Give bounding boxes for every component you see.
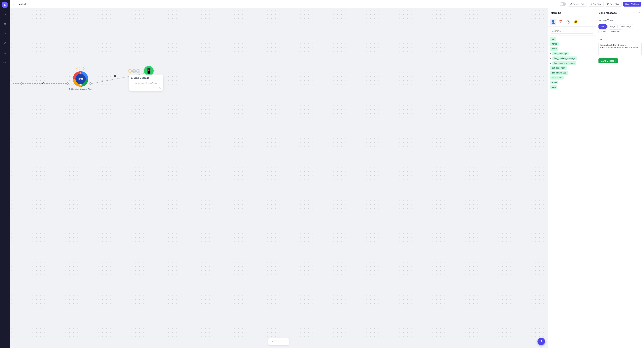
- sidebar-item-dashboard[interactable]: ▦: [2, 21, 8, 27]
- sidebar-item-analytics[interactable]: ↗: [2, 30, 8, 37]
- sidebar-item-database[interactable]: ⬡: [2, 50, 8, 56]
- sidebar: ◆ ⌂ ▦ ↗ ⤢ ⬡ </>: [0, 0, 10, 348]
- field-tag-last-location[interactable]: last_location_message: [552, 56, 577, 60]
- support-icon: ?: [540, 340, 542, 343]
- topbar: ← Untitled ↺ Refresh Field + Add Field ⊞…: [10, 0, 644, 8]
- save-message-button[interactable]: Save Message: [598, 58, 618, 63]
- field-tag-last-text-input[interactable]: last_text_input: [550, 66, 567, 70]
- add-field-button[interactable]: + Add Field: [589, 2, 604, 7]
- connector-dot-mid: [66, 82, 69, 85]
- send-message-panel-header: Send Message ×: [596, 8, 644, 17]
- connector-dot-left: [20, 82, 23, 85]
- mapping-tab-emoji[interactable]: 😊: [573, 19, 579, 25]
- crm-node-controls: ! ⧉ ✕: [75, 67, 86, 70]
- send-message-title: Send Message: [599, 11, 617, 14]
- mapping-close-button[interactable]: ×: [589, 11, 593, 15]
- field-tag-last-button-title[interactable]: last_button_title: [550, 71, 568, 75]
- field-row-last-location: ▶ last_location_message: [550, 56, 594, 60]
- msg-type-image-button[interactable]: Image: [608, 24, 618, 29]
- send-message-panel: Send Message × Message Types Text Image …: [596, 8, 644, 348]
- send-message-node-header: 3. Send Message: [131, 77, 161, 79]
- message-types-label: Message Types: [596, 17, 644, 22]
- sidebar-item-code[interactable]: </>: [2, 59, 8, 65]
- field-tag-name[interactable]: name: [550, 42, 558, 46]
- zoom-out-button[interactable]: −: [276, 339, 281, 344]
- field-row-last-button-title: last_button_title: [550, 71, 594, 75]
- mapping-fields: uid name waba ▶ last_message ▶ last_loca: [548, 36, 596, 348]
- wa-node-connector: [159, 87, 161, 89]
- pen-icon: ✎: [272, 340, 274, 343]
- back-button[interactable]: ←: [12, 2, 16, 6]
- field-row-last-contact: ▶ last_contact_message: [550, 61, 594, 65]
- mapping-search-input[interactable]: [550, 28, 594, 34]
- page-title: Untitled: [18, 3, 558, 6]
- pen-tool-button[interactable]: ✎: [270, 339, 275, 344]
- wa-node-bottom: [131, 87, 161, 89]
- crm-node: ! ⧉ ✕ CRM 🎯 📊: [69, 67, 92, 91]
- crm-node-label: 2. Update a Custom Field: [69, 88, 92, 91]
- field-tag-last-message[interactable]: last_message: [552, 52, 568, 55]
- field-tag-email[interactable]: email: [550, 81, 558, 84]
- x-marker-2[interactable]: ✕: [114, 74, 116, 78]
- field-row-name: name: [550, 42, 594, 46]
- crm-info-button[interactable]: !: [75, 67, 78, 70]
- sidebar-logo: ◆: [2, 2, 8, 8]
- field-row-email: email: [550, 81, 594, 84]
- message-text-section: Text Terima kasih {{chat_name}} Anda tid…: [596, 36, 644, 348]
- topbar-actions: ↺ Refresh Field + Add Field ⊞ Free-Style…: [568, 2, 641, 7]
- field-tag-last-contact[interactable]: last_contact_message: [552, 61, 576, 65]
- field-tag-chat-name[interactable]: chat_name: [550, 76, 564, 80]
- mapping-tab-person[interactable]: 👤: [550, 19, 556, 25]
- mapping-search: [548, 27, 596, 36]
- text-field-label: Text: [598, 38, 642, 41]
- msg-type-video-button[interactable]: Video: [598, 30, 608, 34]
- canvas-bottom-controls: ✎ − +: [268, 338, 289, 345]
- zoom-in-button[interactable]: +: [282, 339, 287, 344]
- field-arrow-last-location[interactable]: ▶: [550, 58, 552, 59]
- freestyle-button[interactable]: ⊞ Free-Style: [605, 2, 622, 7]
- field-arrow-last-message[interactable]: ▶: [550, 53, 552, 55]
- msg-type-multi-image-button[interactable]: Multi Image: [618, 24, 633, 29]
- field-tag-stop[interactable]: stop: [550, 85, 558, 89]
- main-area: ← Untitled ↺ Refresh Field + Add Field ⊞…: [10, 0, 644, 348]
- save-workflow-button[interactable]: Save Workflow: [623, 2, 641, 7]
- x-marker-1[interactable]: ✕: [42, 82, 44, 85]
- sidebar-item-home[interactable]: ⌂: [2, 11, 8, 17]
- crm-icon-text: CRM: [78, 78, 83, 80]
- crm-close-button[interactable]: ✕: [83, 67, 86, 70]
- canvas-content: ✕ ✕ ! ⧉ ✕: [10, 8, 548, 348]
- message-text-input[interactable]: Terima kasih {{chat_name}} Anda tidak la…: [598, 42, 642, 56]
- plus-icon: +: [284, 340, 286, 343]
- send-message-node[interactable]: 3. Send Message --no message type select…: [129, 75, 164, 91]
- msg-type-text-button[interactable]: Text: [598, 24, 607, 29]
- connections-svg: [10, 8, 548, 348]
- support-button[interactable]: ?: [538, 338, 545, 345]
- field-row-last-text-input: last_text_input: [550, 66, 594, 70]
- toggle-switch[interactable]: [560, 3, 566, 6]
- msg-type-document-button[interactable]: Documen: [609, 30, 622, 34]
- send-msg-copy-button[interactable]: ⧉: [132, 69, 136, 73]
- mapping-panel-header: Mapping ×: [548, 8, 596, 17]
- minus-icon: −: [278, 340, 280, 343]
- send-msg-info-button[interactable]: !: [128, 69, 132, 73]
- refresh-field-button[interactable]: ↺ Refresh Field: [568, 2, 587, 7]
- message-types: Text Image Multi Image Video Documen: [596, 22, 644, 36]
- sidebar-item-share[interactable]: ⤢: [2, 40, 8, 46]
- field-row-uid: uid: [550, 37, 594, 41]
- send-message-close-button[interactable]: ×: [637, 11, 641, 15]
- refresh-icon: ↺: [570, 3, 572, 5]
- send-msg-node-controls: ! ⧉ ✕: [128, 69, 140, 73]
- mapping-tab-calendar[interactable]: 📅: [558, 19, 564, 25]
- crm-copy-button[interactable]: ⧉: [79, 67, 82, 70]
- field-tag-waba[interactable]: waba: [550, 47, 558, 51]
- mapping-tabs: 👤 📅 🕐 😊: [548, 17, 596, 27]
- send-msg-close-button[interactable]: ✕: [136, 69, 140, 73]
- wa-node-title: 3. Send Message: [131, 77, 149, 79]
- field-arrow-last-contact[interactable]: ▶: [550, 62, 552, 64]
- field-row-chat-name: chat_name: [550, 76, 594, 80]
- mapping-title: Mapping: [551, 11, 561, 14]
- mapping-tab-clock[interactable]: 🕐: [565, 19, 571, 25]
- app-container: ◆ ⌂ ▦ ↗ ⤢ ⬡ </> ← Untitled ↺ Refresh Fie…: [0, 0, 644, 348]
- wa-node-content: --no message type selected--: [131, 81, 161, 85]
- field-tag-uid[interactable]: uid: [550, 37, 556, 41]
